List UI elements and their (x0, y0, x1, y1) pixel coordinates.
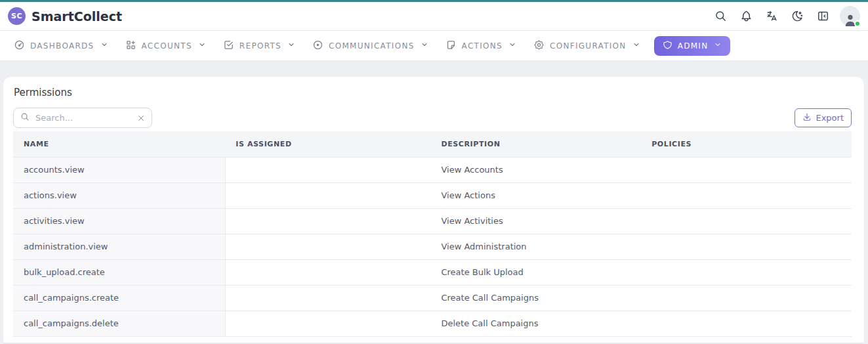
language-icon[interactable] (763, 8, 780, 25)
configuration-gear-icon (533, 39, 545, 53)
permissions-card: Permissions Export NAME IS ASSI (3, 77, 864, 343)
table-row: actions.view View Actions (13, 183, 852, 208)
cell-policies (641, 157, 852, 183)
chevron-down-icon (714, 41, 722, 51)
nav-item-label: ACCOUNTS (142, 41, 192, 51)
table-body: accounts.view View Accounts actions.view… (13, 157, 852, 336)
cell-policies (641, 311, 852, 336)
export-button[interactable]: Export (795, 108, 852, 127)
shield-icon (663, 40, 672, 52)
search-input[interactable] (34, 112, 133, 123)
column-header-policies: POLICIES (641, 131, 852, 157)
cell-is-assigned (225, 234, 430, 259)
cell-name: activities.view (13, 208, 225, 234)
chevron-down-icon (508, 41, 516, 51)
dark-mode-moon-icon[interactable] (789, 8, 806, 25)
nav-item-configuration[interactable]: CONFIGURATION (525, 31, 649, 60)
chevron-down-icon (287, 41, 295, 51)
cell-is-assigned (225, 259, 430, 285)
table-row: call_campaigns.create Create Call Campai… (13, 285, 852, 311)
cell-description: Create Call Campaigns (430, 285, 641, 311)
nav-item-actions[interactable]: ACTIONS (437, 31, 525, 60)
column-header-description: DESCRIPTION (430, 131, 641, 157)
nav-item-label: COMMUNICATIONS (329, 41, 415, 51)
dashboard-gauge-icon (14, 39, 25, 53)
table-row: bulk_upload.create Create Bulk Upload (13, 259, 852, 285)
cell-policies (641, 285, 852, 311)
app-bar-actions (712, 6, 860, 26)
table-row: activities.view View Activities (13, 208, 852, 234)
nav-item-label: DASHBOARDS (30, 41, 94, 51)
cell-description: View Activities (430, 208, 641, 234)
table-header-row: NAME IS ASSIGNED DESCRIPTION POLICIES (13, 131, 852, 157)
cell-description: View Administration (430, 234, 641, 259)
cell-is-assigned (225, 285, 430, 311)
nav-item-communications[interactable]: COMMUNICATIONS (304, 31, 437, 60)
accounts-grid-icon (125, 39, 136, 53)
cell-name: accounts.view (13, 157, 225, 183)
notifications-bell-icon[interactable] (737, 8, 754, 25)
cell-description: View Accounts (430, 157, 641, 183)
cell-name: call_campaigns.create (13, 285, 225, 311)
search-icon (20, 112, 30, 124)
page-title: Permissions (14, 87, 864, 98)
table-row: call_campaigns.delete Delete Call Campai… (13, 311, 852, 336)
cell-policies (641, 259, 852, 285)
app-logo: SC (8, 7, 26, 25)
chevron-down-icon (198, 41, 206, 51)
cell-is-assigned (225, 311, 430, 336)
search-box (13, 108, 152, 128)
nav-item-accounts[interactable]: ACCOUNTS (117, 31, 215, 60)
communications-broadcast-icon (312, 39, 323, 53)
nav-item-reports[interactable]: REPORTS (215, 31, 304, 60)
online-status-dot (854, 20, 861, 27)
cell-name: bulk_upload.create (13, 259, 225, 285)
cell-name: actions.view (13, 183, 225, 208)
nav-item-label: ACTIONS (462, 41, 503, 51)
chevron-down-icon (632, 41, 640, 51)
export-label: Export (816, 113, 844, 123)
chevron-down-icon (100, 41, 108, 51)
cell-is-assigned (225, 208, 430, 234)
cell-description: View Actions (430, 183, 641, 208)
search-icon[interactable] (712, 8, 729, 25)
app-title: SmartCollect (31, 9, 122, 24)
nav-item-admin[interactable]: ADMIN (654, 36, 731, 56)
cell-is-assigned (225, 183, 430, 208)
cell-policies (641, 208, 852, 234)
nav-item-dashboards[interactable]: DASHBOARDS (5, 31, 117, 60)
app-logo-brand[interactable]: SC SmartCollect (8, 7, 122, 25)
nav-item-label: REPORTS (239, 41, 281, 51)
user-avatar[interactable] (840, 6, 860, 26)
reports-checkbox-icon (223, 39, 234, 53)
column-header-name: NAME (13, 131, 225, 157)
cell-is-assigned (225, 157, 430, 183)
table-toolbar: Export (13, 108, 852, 128)
cell-policies (641, 234, 852, 259)
clear-search-icon[interactable] (137, 114, 145, 122)
column-header-is-assigned: IS ASSIGNED (225, 131, 430, 157)
app-bar: SC SmartCollect (0, 2, 868, 31)
cell-description: Create Bulk Upload (430, 259, 641, 285)
collapse-panel-icon[interactable] (814, 8, 831, 25)
table-row: administration.view View Administration (13, 234, 852, 259)
cell-name: administration.view (13, 234, 225, 259)
main-nav: DASHBOARDS ACCOUNTS REPORTS COMMUNICATIO… (0, 31, 868, 61)
admin-label: ADMIN (678, 41, 709, 51)
page-content: Permissions Export NAME IS ASSI (0, 61, 868, 343)
chevron-down-icon (421, 41, 428, 51)
actions-sticker-icon (445, 39, 457, 53)
table-row: accounts.view View Accounts (13, 157, 852, 183)
permissions-table: NAME IS ASSIGNED DESCRIPTION POLICIES ac… (13, 131, 852, 337)
cell-description: Delete Call Campaigns (430, 311, 641, 336)
nav-item-label: CONFIGURATION (550, 41, 627, 51)
cell-name: call_campaigns.delete (13, 311, 225, 336)
cell-policies (641, 183, 852, 208)
download-icon (802, 112, 812, 123)
